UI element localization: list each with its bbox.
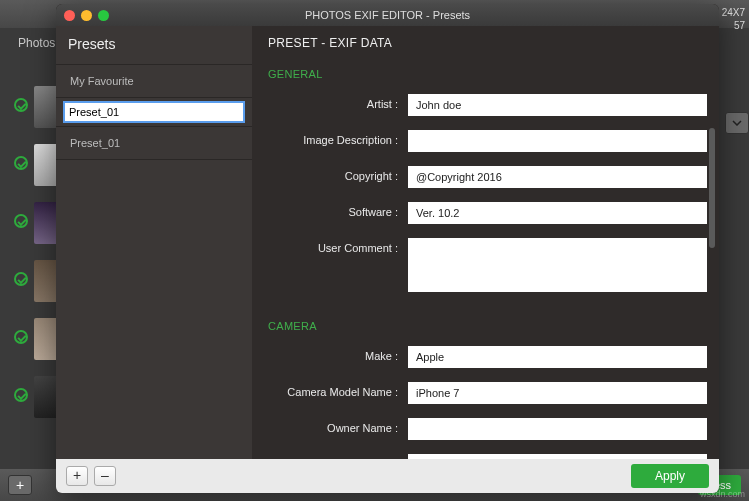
modal-titlebar[interactable]: PHOTOS EXIF EDITOR - Presets xyxy=(56,4,719,26)
preset-form-panel: PRESET - EXIF DATA GENERAL Artist : Imag… xyxy=(252,26,719,459)
camera-model-input[interactable] xyxy=(408,382,707,404)
check-icon xyxy=(14,388,28,402)
preset-item-editing[interactable] xyxy=(56,98,252,127)
image-description-label: Image Description : xyxy=(268,130,408,146)
modal-footer: + – Apply xyxy=(56,459,719,493)
close-window-button[interactable] xyxy=(64,10,75,21)
serial-number-label: Serial Number : xyxy=(268,454,408,459)
artist-input[interactable] xyxy=(408,94,707,116)
remove-preset-button[interactable]: – xyxy=(94,466,116,486)
scrollbar-thumb[interactable] xyxy=(709,128,715,248)
minimize-window-button[interactable] xyxy=(81,10,92,21)
image-description-input[interactable] xyxy=(408,130,707,152)
check-icon xyxy=(14,156,28,170)
check-icon xyxy=(14,272,28,286)
make-input[interactable] xyxy=(408,346,707,368)
bg-add-button[interactable]: + xyxy=(8,475,32,495)
software-label: Software : xyxy=(268,202,408,218)
form-header: PRESET - EXIF DATA xyxy=(252,26,719,58)
owner-name-label: Owner Name : xyxy=(268,418,408,434)
zoom-window-button[interactable] xyxy=(98,10,109,21)
software-input[interactable] xyxy=(408,202,707,224)
camera-model-label: Camera Model Name : xyxy=(268,382,408,398)
bg-photos-label: Photos xyxy=(18,36,55,50)
presets-sidebar: Presets My Favourite Preset_01 xyxy=(56,26,252,459)
copyright-label: Copyright : xyxy=(268,166,408,182)
preset-name-input[interactable] xyxy=(64,102,244,122)
watermark: wsxdn.com xyxy=(700,489,745,499)
serial-number-input[interactable] xyxy=(408,454,707,459)
chevron-down-icon xyxy=(732,120,742,126)
bg-dropdown-button[interactable] xyxy=(725,112,749,134)
add-preset-button[interactable]: + xyxy=(66,466,88,486)
check-icon xyxy=(14,214,28,228)
sidebar-header: Presets xyxy=(56,26,252,64)
section-camera-label: CAMERA xyxy=(268,310,707,346)
form-scroll-area[interactable]: GENERAL Artist : Image Description : Cop… xyxy=(252,58,719,459)
user-comment-input[interactable] xyxy=(408,238,707,292)
modal-title: PHOTOS EXIF EDITOR - Presets xyxy=(56,9,719,21)
preset-item-favourite[interactable]: My Favourite xyxy=(56,64,252,98)
presets-modal: PHOTOS EXIF EDITOR - Presets Presets My … xyxy=(56,4,719,493)
check-icon xyxy=(14,98,28,112)
apply-button[interactable]: Apply xyxy=(631,464,709,488)
artist-label: Artist : xyxy=(268,94,408,110)
copyright-input[interactable] xyxy=(408,166,707,188)
user-comment-label: User Comment : xyxy=(268,238,408,254)
bg-thumbnail-column xyxy=(12,76,56,461)
preset-item-01[interactable]: Preset_01 xyxy=(56,127,252,160)
section-general-label: GENERAL xyxy=(268,58,707,94)
check-icon xyxy=(14,330,28,344)
make-label: Make : xyxy=(268,346,408,362)
owner-name-input[interactable] xyxy=(408,418,707,440)
